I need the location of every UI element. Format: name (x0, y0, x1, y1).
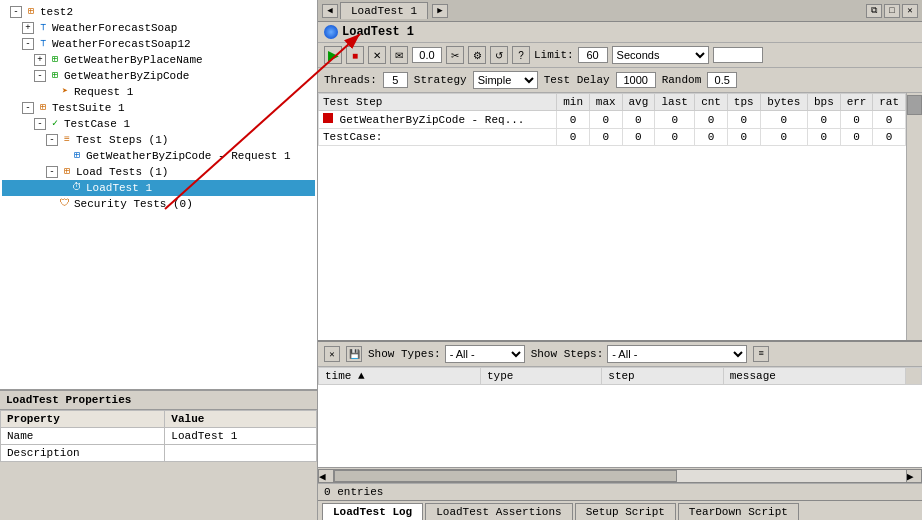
tree-label-test2: test2 (40, 6, 73, 18)
threads-input[interactable] (383, 72, 408, 88)
envelope-button[interactable]: ✉ (390, 46, 408, 64)
threads-label: Threads: (324, 74, 377, 86)
horizontal-scrollbar[interactable]: ◀ ▶ (318, 467, 922, 483)
test-delay-input[interactable] (616, 72, 656, 88)
limit-input[interactable] (578, 47, 608, 63)
stats-row1-last: 0 (655, 111, 695, 129)
expander-tsteps[interactable]: - (46, 134, 58, 146)
expander-test2[interactable]: - (10, 6, 22, 18)
tab-scroll-right[interactable]: ▶ (432, 4, 448, 18)
props-col-property: Property (1, 411, 165, 428)
expander-ts1[interactable]: - (22, 102, 34, 114)
log-section: ✕ 💾 Show Types: - All - Show Steps: - Al… (318, 340, 922, 520)
tree-item-ts1[interactable]: - ⊞ TestSuite 1 (2, 100, 315, 116)
loadtest-icon: ⏱ (70, 181, 84, 195)
stats-row1-cnt: 0 (695, 111, 728, 129)
steps-icon: ≡ (60, 133, 74, 147)
strategy-select[interactable]: Simple Variance Burst Thread (473, 71, 538, 89)
expander-lt[interactable]: - (46, 166, 58, 178)
show-steps-select[interactable]: - All - (607, 345, 747, 363)
col-min: min (557, 94, 590, 111)
limit-unit-select[interactable]: Seconds Minutes Hours TestCase Runs (612, 46, 709, 64)
stats-row2-tps: 0 (727, 129, 760, 146)
scissors-button[interactable]: ✂ (446, 46, 464, 64)
props-name-key: Name (1, 428, 165, 445)
expander-gwbpn[interactable]: + (34, 54, 46, 66)
close-tab-btn[interactable]: ✕ (902, 4, 918, 18)
log-close-btn[interactable]: ✕ (324, 346, 340, 362)
tree-label-gwbzc-step: GetWeatherByZipCode - Request 1 (86, 150, 291, 162)
tab-loadtest1[interactable]: LoadTest 1 (340, 2, 428, 19)
tab-loadtest-log[interactable]: LoadTest Log (322, 503, 423, 520)
stop-button[interactable]: ■ (346, 46, 364, 64)
expander-wfs2[interactable]: - (22, 38, 34, 50)
tree-item-lt1[interactable]: ⏱ LoadTest 1 (2, 180, 315, 196)
tree-item-tsteps[interactable]: - ≡ Test Steps (1) (2, 132, 315, 148)
project-tree: - ⊞ test2 + ⊤ WeatherForecastSoap - ⊤ We… (0, 0, 317, 390)
refresh-button[interactable]: ↺ (490, 46, 508, 64)
stats-row1-rat: 0 (873, 111, 906, 129)
log-col-scroll (906, 368, 922, 385)
tree-label-tc1: TestCase 1 (64, 118, 130, 130)
tree-label-wfs2: WeatherForecastSoap12 (52, 38, 191, 50)
help-button[interactable]: ? (512, 46, 530, 64)
log-col-step: step (602, 368, 723, 385)
op-icon: ⊞ (48, 53, 62, 67)
stats-scrollbar[interactable] (906, 93, 922, 340)
tab-scroll-left[interactable]: ◀ (322, 4, 338, 18)
scrollbar-thumb[interactable] (907, 95, 922, 115)
tree-item-tc1[interactable]: - ✓ TestCase 1 (2, 116, 315, 132)
tree-item-sec[interactable]: 🛡 Security Tests (0) (2, 196, 315, 212)
bottom-tabs: LoadTest Log LoadTest Assertions Setup S… (318, 500, 922, 520)
col-tps: tps (727, 94, 760, 111)
log-extra-btn[interactable]: ≡ (753, 346, 769, 362)
tab-teardown-script[interactable]: TearDown Script (678, 503, 799, 520)
settings-button[interactable]: ⚙ (468, 46, 486, 64)
tree-item-wfs1[interactable]: + ⊤ WeatherForecastSoap (2, 20, 315, 36)
tree-item-gwbzc[interactable]: - ⊞ GetWeatherByZipCode (2, 68, 315, 84)
req-icon: ➤ (58, 85, 72, 99)
stats-row1-err: 0 (840, 111, 873, 129)
expander-tc1[interactable]: - (34, 118, 46, 130)
col-cnt: cnt (695, 94, 728, 111)
tab-setup-script[interactable]: Setup Script (575, 503, 676, 520)
log-col-message: message (723, 368, 905, 385)
show-types-select[interactable]: - All - (445, 345, 525, 363)
tree-item-gwbzc-step[interactable]: ⊞ GetWeatherByZipCode - Request 1 (2, 148, 315, 164)
show-steps-label: Show Steps: (531, 348, 604, 360)
log-col-type: type (480, 368, 601, 385)
iface12-icon: ⊤ (36, 37, 50, 51)
stats-row2-max: 0 (589, 129, 622, 146)
tree-item-test2[interactable]: - ⊞ test2 (2, 4, 315, 20)
toolbar-row1: ▶ ■ ✕ ✉ ✂ ⚙ ↺ ? Limit: Seconds Minutes H… (318, 43, 922, 68)
stats-row1-max: 0 (589, 111, 622, 129)
tree-label-gwbpn: GetWeatherByPlaceName (64, 54, 203, 66)
col-avg: avg (622, 94, 655, 111)
num-input[interactable] (412, 47, 442, 63)
col-test-step: Test Step (319, 94, 557, 111)
play-button[interactable]: ▶ (324, 46, 342, 64)
step-icon: ⊞ (70, 149, 84, 163)
expander-gwbzc[interactable]: - (34, 70, 46, 82)
expander-wfs1[interactable]: + (22, 22, 34, 34)
tree-item-wfs2[interactable]: - ⊤ WeatherForecastSoap12 (2, 36, 315, 52)
tree-item-lt[interactable]: - ⊞ Load Tests (1) (2, 164, 315, 180)
tab-loadtest-assertions[interactable]: LoadTest Assertions (425, 503, 572, 520)
col-bytes: bytes (760, 94, 808, 111)
restore-btn[interactable]: ⧉ (866, 4, 882, 18)
iface-icon: ⊤ (36, 21, 50, 35)
scroll-left-btn[interactable]: ◀ (318, 469, 334, 483)
stats-row2-avg: 0 (622, 129, 655, 146)
tree-item-req1[interactable]: ➤ Request 1 (2, 84, 315, 100)
maximize-btn[interactable]: □ (884, 4, 900, 18)
random-input[interactable] (707, 72, 737, 88)
tab-controls: ⧉ □ ✕ (866, 4, 918, 18)
close-button[interactable]: ✕ (368, 46, 386, 64)
log-save-btn[interactable]: 💾 (346, 346, 362, 362)
scroll-thumb[interactable] (334, 470, 677, 482)
tree-item-gwbpn[interactable]: + ⊞ GetWeatherByPlaceName (2, 52, 315, 68)
props-name-value: LoadTest 1 (165, 428, 317, 445)
stats-row2-min: 0 (557, 129, 590, 146)
scroll-right-btn[interactable]: ▶ (906, 469, 922, 483)
extra-input[interactable] (713, 47, 763, 63)
